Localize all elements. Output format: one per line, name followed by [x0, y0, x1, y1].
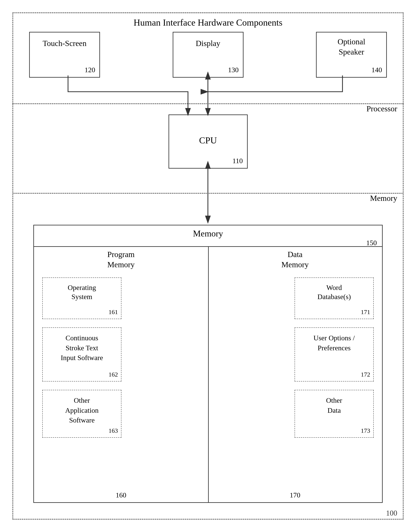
data-memory-label: Data Memory [208, 249, 382, 270]
display-box: Display 130 [173, 32, 244, 78]
cpu-number: 110 [232, 157, 243, 165]
hihc-section: Human Interface Hardware Components Touc… [12, 12, 404, 104]
od-label: Other Data [295, 395, 373, 415]
word-db-label: Word Database(s) [295, 283, 373, 301]
word-db-number: 171 [361, 308, 370, 315]
uo-number: 172 [361, 371, 370, 378]
os-label: Operating System [43, 283, 121, 301]
os-number: 161 [109, 308, 118, 315]
other-data-box: Other Data 173 [295, 390, 374, 438]
touch-screen-box: Touch-Screen 120 [29, 32, 100, 78]
continuous-stroke-box: Continuous Stroke Text Input Software 16… [42, 327, 121, 381]
diagram-wrapper: 100 Human Interface Hardware Components … [12, 12, 404, 520]
speaker-box: Optional Speaker 140 [316, 32, 387, 78]
memory-box-number: 150 [366, 239, 377, 247]
memory-box-title: Memory [34, 228, 382, 238]
memory-vdivider [208, 246, 209, 502]
speaker-label-line1: Optional [338, 37, 365, 46]
program-memory-label: Program Memory [34, 249, 208, 270]
memory-label-side: Memory [370, 194, 397, 203]
col-160-label: 160 [116, 491, 126, 499]
speaker-number: 140 [371, 66, 382, 74]
cpu-label: CPU [169, 135, 247, 146]
oas-number: 163 [109, 427, 118, 434]
cs-label: Continuous Stroke Text Input Software [43, 333, 121, 363]
hihc-title: Human Interface Hardware Components [12, 17, 404, 28]
od-number: 173 [361, 427, 370, 434]
os-box: Operating System 161 [42, 277, 121, 319]
uo-label: User Options / Preferences [295, 333, 373, 353]
cs-number: 162 [109, 371, 118, 378]
speaker-label-line2: Speaker [339, 48, 364, 56]
display-number: 130 [228, 66, 239, 74]
label-100: 100 [386, 509, 397, 517]
cpu-box: CPU 110 [168, 114, 248, 169]
speaker-label: Optional Speaker [317, 37, 386, 57]
oas-label: Other Application Software [43, 395, 121, 425]
word-db-box: Word Database(s) 171 [295, 277, 374, 319]
col-170-label: 170 [290, 491, 300, 499]
memory-outer-box: Memory 150 Program Memory Data Memory Op… [33, 225, 383, 503]
user-options-box: User Options / Preferences 172 [295, 327, 374, 381]
display-label: Display [173, 39, 243, 48]
touch-screen-number: 120 [85, 66, 95, 74]
other-app-software-box: Other Application Software 163 [42, 390, 121, 438]
touch-screen-label: Touch-Screen [30, 39, 99, 48]
